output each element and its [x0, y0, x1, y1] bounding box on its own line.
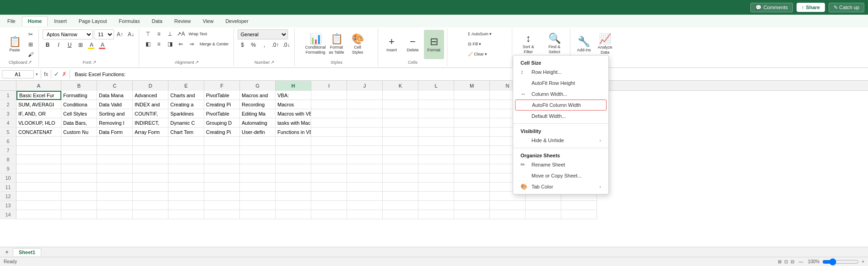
cell-M2[interactable]	[454, 100, 490, 109]
cell-H14[interactable]	[276, 210, 311, 219]
cell-F2[interactable]: Creating Pi	[204, 100, 240, 109]
cell-F4[interactable]: Grouping D	[204, 118, 240, 127]
cell-C7[interactable]	[97, 146, 133, 155]
cell-L9[interactable]	[418, 164, 454, 173]
cell-G7[interactable]	[240, 146, 276, 155]
cell-C14[interactable]	[97, 210, 133, 219]
cell-K13[interactable]	[383, 201, 418, 210]
cell-H13[interactable]	[276, 201, 311, 210]
cell-F10[interactable]	[204, 173, 240, 183]
cell-K12[interactable]	[383, 192, 418, 201]
tab-developer[interactable]: Developer	[220, 17, 254, 26]
col-header-e[interactable]: E	[168, 81, 204, 91]
col-header-k[interactable]: K	[383, 81, 418, 91]
wrap-text-button[interactable]: Wrap Text	[187, 29, 209, 39]
cell-L11[interactable]	[418, 183, 454, 192]
format-painter-button[interactable]: 🖌	[26, 50, 36, 59]
menu-tab-color[interactable]: 🎨 Tab Color ›	[513, 181, 608, 192]
cell-A8[interactable]	[16, 155, 61, 164]
cell-J2[interactable]	[347, 100, 383, 109]
cell-D4[interactable]: INDIRECT,	[133, 118, 168, 127]
cell-A3[interactable]: IF, AND, OR	[16, 109, 61, 118]
align-bottom[interactable]: ⊥	[165, 29, 175, 39]
cell-A4[interactable]: VLOOKUP, HLO	[16, 118, 61, 127]
cell-F9[interactable]	[204, 164, 240, 173]
cell-B6[interactable]	[61, 137, 97, 146]
cell-L3[interactable]	[418, 109, 454, 118]
cell-styles-button[interactable]: 🎨 Cell Styles	[347, 30, 368, 59]
cell-G3[interactable]: Editing Ma	[240, 109, 276, 118]
cell-F7[interactable]	[204, 146, 240, 155]
cell-G12[interactable]	[240, 192, 276, 201]
cell-I8[interactable]	[311, 155, 347, 164]
cell-A1[interactable]: Basic Excel Fur	[16, 91, 61, 100]
cell-ref-input[interactable]	[2, 70, 34, 78]
cell-N13[interactable]	[490, 201, 526, 210]
cell-B11[interactable]	[61, 183, 97, 192]
cell-K8[interactable]	[383, 155, 418, 164]
cell-D13[interactable]	[133, 201, 168, 210]
cell-J6[interactable]	[347, 137, 383, 146]
font-size-decrease[interactable]: A↓	[126, 30, 136, 39]
cell-K7[interactable]	[383, 146, 418, 155]
font-color-button[interactable]: A	[98, 40, 108, 50]
cell-F14[interactable]	[204, 210, 240, 219]
menu-autofit-column-width[interactable]: AutoFit Column Width	[515, 100, 607, 111]
cell-G13[interactable]	[240, 201, 276, 210]
col-header-j[interactable]: J	[347, 81, 383, 91]
cell-I2[interactable]	[311, 100, 347, 109]
tab-insert[interactable]: Insert	[49, 17, 72, 26]
cell-C13[interactable]	[97, 201, 133, 210]
text-angle[interactable]: ↗A	[176, 29, 186, 39]
cell-G1[interactable]: Macros and	[240, 91, 276, 100]
cell-K11[interactable]	[383, 183, 418, 192]
currency-button[interactable]: $	[238, 40, 248, 50]
cell-J8[interactable]	[347, 155, 383, 164]
cell-F3[interactable]: PivotTable	[204, 109, 240, 118]
cell-E7[interactable]	[168, 146, 204, 155]
formula-cross[interactable]: ✗	[62, 71, 67, 78]
cell-M12[interactable]	[454, 192, 490, 201]
cell-B12[interactable]	[61, 192, 97, 201]
cell-M7[interactable]	[454, 146, 490, 155]
cell-A2[interactable]: SUM, AVERAGI	[16, 100, 61, 109]
cell-E6[interactable]	[168, 137, 204, 146]
cell-D8[interactable]	[133, 155, 168, 164]
align-left[interactable]: ◧	[143, 39, 153, 49]
cell-J13[interactable]	[347, 201, 383, 210]
cell-C3[interactable]: Sorting and	[97, 109, 133, 118]
cell-D7[interactable]	[133, 146, 168, 155]
menu-move-copy-sheet[interactable]: Move or Copy Sheet...	[513, 170, 608, 181]
cell-L12[interactable]	[418, 192, 454, 201]
cell-G10[interactable]	[240, 173, 276, 183]
tab-file[interactable]: File	[2, 17, 21, 26]
cell-E5[interactable]: Chart Tem	[168, 127, 204, 137]
cell-J10[interactable]	[347, 173, 383, 183]
cell-L5[interactable]	[418, 127, 454, 137]
alignment-expand-icon[interactable]: ↗	[195, 60, 199, 65]
menu-default-width[interactable]: Default Width...	[513, 111, 608, 122]
fx-button[interactable]: fx	[44, 71, 48, 78]
align-center[interactable]: ≡	[154, 39, 164, 49]
cell-F6[interactable]	[204, 137, 240, 146]
col-header-d[interactable]: D	[133, 81, 168, 91]
cell-K10[interactable]	[383, 173, 418, 183]
cell-C5[interactable]: Data Form	[97, 127, 133, 137]
view-normal[interactable]: ⊞	[778, 259, 781, 264]
fill-button[interactable]: ⊟ Fill ▾	[466, 39, 483, 49]
cell-F11[interactable]	[204, 183, 240, 192]
cell-B2[interactable]: Conditiona	[61, 100, 97, 109]
cell-I4[interactable]	[311, 118, 347, 127]
cell-M14[interactable]	[454, 210, 490, 219]
cell-I10[interactable]	[311, 173, 347, 183]
format-as-table-button[interactable]: 📋 Format as Table	[326, 30, 347, 59]
cell-F1[interactable]: PivotTable	[204, 91, 240, 100]
cell-H8[interactable]	[276, 155, 311, 164]
cell-M1[interactable]	[454, 91, 490, 100]
cell-H6[interactable]	[276, 137, 311, 146]
number-expand-icon[interactable]: ↗	[271, 60, 274, 65]
cell-A7[interactable]	[16, 146, 61, 155]
copy-button[interactable]: ⊞	[26, 40, 36, 49]
cell-A13[interactable]	[16, 201, 61, 210]
cell-E11[interactable]	[168, 183, 204, 192]
